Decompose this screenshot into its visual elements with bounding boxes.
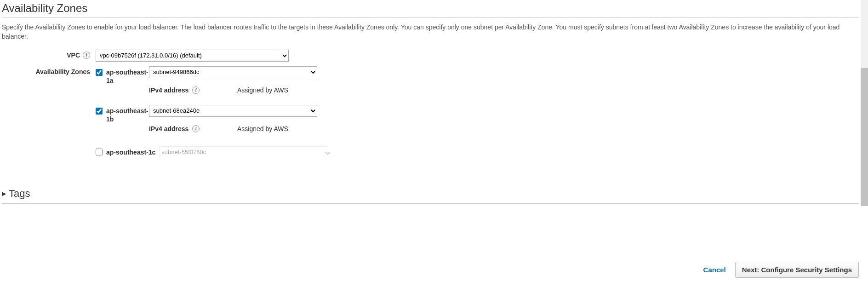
az-name-1b: ap-southeast-1b bbox=[106, 107, 149, 123]
az-checkbox-1b[interactable] bbox=[96, 108, 103, 115]
tags-title: Tags bbox=[9, 188, 30, 200]
info-icon[interactable]: i bbox=[192, 86, 200, 94]
section-title: Availability Zones bbox=[2, 0, 859, 17]
info-icon[interactable]: i bbox=[83, 52, 90, 59]
ipv4-value-1b: Assigned by AWS bbox=[237, 125, 288, 132]
vpc-label: VPC bbox=[67, 52, 80, 59]
subnet-select-1b[interactable]: subnet-68ea240e bbox=[149, 105, 317, 117]
scrollbar-thumb[interactable] bbox=[861, 68, 868, 206]
ipv4-label-1b: IPv4 address bbox=[149, 125, 188, 132]
subnet-select-1c bbox=[159, 146, 327, 158]
scrollbar-track[interactable] bbox=[861, 0, 868, 206]
az-checkbox-1a[interactable] bbox=[96, 69, 103, 76]
az-name-1a: ap-southeast-1a bbox=[106, 68, 149, 85]
section-divider bbox=[2, 17, 859, 18]
next-button[interactable]: Next: Configure Security Settings bbox=[735, 262, 859, 278]
tags-section-toggle[interactable]: ▶ Tags bbox=[2, 184, 859, 204]
ipv4-label-1a: IPv4 address bbox=[149, 86, 188, 94]
az-name-1c: ap-southeast-1c bbox=[106, 149, 155, 156]
az-checkbox-1c[interactable] bbox=[96, 149, 103, 155]
wizard-footer: Cancel Next: Configure Security Settings bbox=[701, 262, 859, 278]
section-description: Specify the Availability Zones to enable… bbox=[2, 23, 857, 41]
ipv4-value-1a: Assigned by AWS bbox=[237, 86, 288, 94]
subnet-select-1a[interactable]: subnet-949866dc bbox=[149, 66, 317, 78]
caret-right-icon: ▶ bbox=[2, 190, 6, 197]
cancel-button[interactable]: Cancel bbox=[701, 262, 729, 277]
vpc-select[interactable]: vpc-09b7526f (172.31.0.0/16) (default) bbox=[96, 50, 289, 62]
availability-zones-label: Availability Zones bbox=[35, 68, 90, 75]
info-icon[interactable]: i bbox=[192, 125, 200, 132]
